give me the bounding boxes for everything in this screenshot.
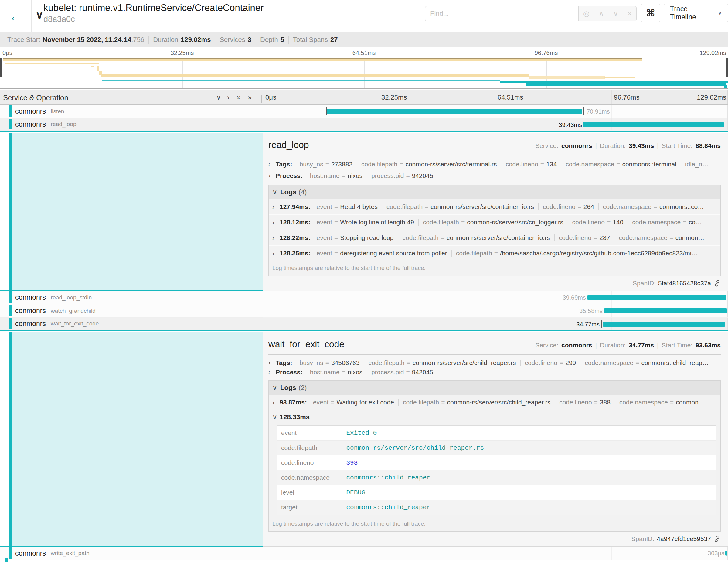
span-name-cell[interactable]: conmonrs wait_for_exit_code [0,318,263,330]
trace-title-collapse-icon[interactable]: ∨ [35,8,44,21]
detail-left-fill [12,332,263,547]
process-row[interactable]: › Process: host.name=nixos process.pid=9… [268,370,721,375]
chevron-right-icon[interactable]: › [272,399,280,406]
span-bar[interactable] [327,109,582,114]
span-service: conmonrs [15,107,46,115]
table-row: code.lineno393 [277,455,716,470]
collapse-all-icon[interactable]: » [235,96,243,100]
span-name-cell[interactable]: conmonrs listen [0,105,263,118]
span-row-read-loop[interactable]: conmonrs read_loop 39.43ms [0,118,728,132]
span-row-watch-grandchild[interactable]: conmonrs watch_grandchild 35.58ms [0,304,728,318]
chevron-right-icon[interactable]: › [268,360,276,366]
span-timeline-cell[interactable]: 70.91ms [263,105,728,118]
match-case-icon[interactable]: ◎ [583,9,590,18]
process-row[interactable]: › Process: host.name=nixos process.pid=9… [268,172,721,179]
prev-match-icon[interactable]: ∧ [599,9,604,18]
span-name-cell[interactable]: conmonrs read_loop_stdin [0,291,263,304]
tag-chip: code.lineno=299 [521,360,581,366]
chevron-right-icon[interactable]: › [272,219,280,226]
axis-tick: 32.25ms [381,94,407,101]
chevron-right-icon[interactable]: › [268,370,276,375]
log-entry[interactable]: › 93.87ms: event=Waiting for exit code c… [269,395,720,410]
span-service: conmonrs [15,549,46,557]
logs-header[interactable]: ∨ Logs (4) [269,185,720,199]
span-timeline-cell[interactable]: 303μs [263,547,728,560]
trace-view-selector[interactable]: Trace Timeline ∨ [664,4,728,22]
minimap-canvas[interactable] [0,58,728,89]
tag-chip: code.filepath=conmon-rs/server/src/child… [364,360,520,366]
chevron-right-icon[interactable]: › [268,161,276,168]
tag-chip: busy_ns=273882 [295,161,357,168]
logs-header[interactable]: ∨ Logs (2) [269,381,720,395]
span-timeline-cell[interactable]: 34.77ms [263,318,728,330]
span-row-listen[interactable]: conmonrs listen 70.91ms [0,105,728,118]
span-row-write-exit-path[interactable]: conmonrs write_exit_path 303μs [0,547,728,560]
log-entry[interactable]: › 128.22ms: event=Stopping read loop cod… [269,230,720,246]
log-entry[interactable]: › 128.12ms: event=Wrote log line of leng… [269,215,720,230]
span-operation: read_loop [51,121,77,128]
span-color-bar [9,133,12,291]
span-timeline-cell[interactable]: 39.69ms [263,291,728,304]
keyboard-shortcuts-button[interactable]: ⌘ [641,4,660,22]
chevron-right-icon[interactable]: › [268,172,276,179]
find-input[interactable] [425,6,578,21]
trace-minimap: 0μs 32.25ms 64.51ms 96.76ms 129.02ms [0,47,728,90]
trace-duration: Duration 129.02ms [149,36,215,44]
clear-find-icon[interactable]: × [628,9,632,18]
chevron-right-icon[interactable]: › [272,203,280,210]
span-bar[interactable] [725,551,727,556]
span-timeline-cell[interactable]: 35.58ms [263,304,728,318]
trace-id: d8a3a0c [43,15,75,24]
span-name-cell[interactable]: conmonrs write_exit_path [0,547,263,560]
log-entry[interactable]: › 128.25ms: event=deregistering event so… [269,246,720,261]
minimap-right-drag-handle[interactable] [726,58,728,77]
span-name-cell[interactable]: conmonrs watch_grandchild [0,304,263,318]
span-bar[interactable] [583,122,724,127]
chevron-down-icon: ∨ [272,413,280,421]
back-button[interactable]: ← [0,0,32,32]
span-bar[interactable] [587,295,726,300]
log-entry[interactable]: › 127.94ms: event=Read 4 bytes code.file… [269,199,720,215]
table-row: eventExited 0 [277,426,716,441]
span-service: conmonrs [15,120,46,128]
minimap-left-drag-handle[interactable] [0,58,2,77]
span-bar[interactable] [604,308,727,313]
trace-start: Trace Start November 15 2022, 11:24:14 .… [3,36,149,44]
command-icon: ⌘ [646,7,655,19]
span-bar[interactable] [603,322,725,327]
span-timeline-cell[interactable]: 39.43ms [263,118,728,131]
span-id-value: 4a947cfd1ce59537 [657,535,711,543]
log-marker [347,107,347,115]
timeline-column-header: Service & Operation ∨ › » » 0μs 32.25ms … [0,90,728,105]
page-header: ← ∨ kubelet: runtime.v1.RuntimeService/C… [0,0,728,32]
link-icon[interactable] [713,535,721,543]
expand-one-icon[interactable]: › [227,94,230,102]
span-detail-read-loop: read_loop Service:conmonrs | Duration:39… [0,133,728,291]
expand-all-icon[interactable]: » [248,94,252,102]
chevron-right-icon[interactable]: › [272,234,280,241]
span-row-wait-for-exit-code[interactable]: conmonrs wait_for_exit_code 34.77ms [0,318,728,331]
chevron-down-icon: ∨ [718,10,722,16]
tag-chip: code.lineno=134 [501,161,561,168]
divider [268,354,721,355]
span-name-cell[interactable]: conmonrs read_loop [0,118,263,131]
time-axis: 0μs 32.25ms 64.51ms 96.76ms 129.02ms [263,90,728,104]
chevron-right-icon[interactable]: › [272,250,280,257]
collapse-one-icon[interactable]: ∨ [216,94,221,102]
trace-depth: Depth 5 [256,36,289,44]
log-entry-expanded[interactable]: ∨ 128.33ms [269,410,720,422]
back-arrow-icon: ← [9,9,22,24]
span-color-bar [9,119,12,129]
tags-row[interactable]: › Tags: busy_ns=34506763 code.filepath=c… [268,360,721,366]
next-match-icon[interactable]: ∨ [613,9,618,18]
link-icon[interactable] [713,280,721,287]
table-row: targetconmonrs::child_reaper [277,500,716,515]
span-row-read-loop-stdin[interactable]: conmonrs read_loop_stdin 39.69ms [0,291,728,304]
logs-section: ∨ Logs (2) › 93.87ms: event=Waiting for … [268,380,721,532]
log-marker [325,107,325,115]
process-chip: host.name=nixos [306,370,367,375]
span-id-value: 5faf48165428c37a [658,280,711,287]
tags-row[interactable]: › Tags: busy_ns=273882 code.filepath=con… [268,161,721,168]
span-operation: listen [51,108,64,115]
span-duration-label: 70.91ms [587,108,610,115]
